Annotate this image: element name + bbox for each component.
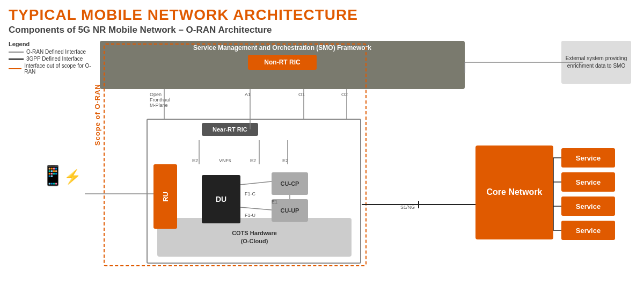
main-container: TYPICAL MOBILE NETWORK ARCHITECTURE Comp…	[0, 0, 644, 289]
black-line-icon	[9, 59, 24, 60]
smo-title: Service Management and Orchestration (SM…	[193, 44, 371, 52]
cu-cp-box: CU-CP	[272, 172, 308, 195]
diagram-area: Legend O-RAN Defined Interface 3GPP Defi…	[9, 41, 635, 282]
near-rt-ric-box: Near-RT RIC	[202, 123, 258, 136]
legend-title: Legend	[9, 41, 92, 47]
o1-label: O1	[298, 92, 305, 97]
legend-item-orange: Interface out of scope for O-RAN	[9, 63, 92, 75]
vnfs-label: VNFs	[219, 158, 231, 163]
legend-item-gray: O-RAN Defined Interface	[9, 49, 92, 55]
legend-item-black: 3GPP Defined Interface	[9, 56, 92, 62]
orange-line-icon	[9, 68, 21, 69]
external-system-text: External system providing enrichment dat…	[565, 55, 628, 70]
non-rt-ric-box: Non-RT RIC	[248, 55, 316, 70]
f1c-label: F1-C	[245, 191, 255, 197]
f1u-label: F1-U	[245, 213, 255, 218]
phone-icon: 📱	[41, 164, 65, 187]
core-network-box: Core Network	[475, 146, 553, 239]
e1-label: E1	[272, 199, 277, 205]
lightning-icon: ⚡	[64, 169, 81, 185]
cots-box: COTS Hardware (O-Cloud)	[157, 218, 352, 257]
legend-gray-label: O-RAN Defined Interface	[26, 49, 86, 55]
o2-label: O2	[341, 92, 348, 97]
service-box-2: Service	[561, 172, 615, 192]
ru-box: RU	[153, 164, 177, 229]
a1-label: A1	[245, 92, 251, 97]
smo-box: Service Management and Orchestration (SM…	[100, 41, 465, 89]
service-box-1: Service	[561, 148, 615, 168]
legend-black-label: 3GPP Defined Interface	[26, 56, 83, 62]
scope-label: Scope of O-RAN	[93, 84, 101, 146]
service-box-4: Service	[561, 221, 615, 240]
e2-left-label: E2	[192, 158, 198, 163]
ru-label: RU	[162, 192, 170, 202]
e2-right-label: E2	[282, 158, 288, 163]
s1ng-label: S1/NG	[400, 205, 415, 210]
external-system-box: External system providing enrichment dat…	[561, 41, 631, 84]
du-box: DU	[202, 175, 240, 223]
page-subtitle: Components of 5G NR Mobile Network – O-R…	[9, 25, 635, 35]
core-network-label: Core Network	[486, 187, 542, 198]
gray-line-icon	[9, 52, 24, 53]
cots-text: COTS Hardware (O-Cloud)	[232, 229, 277, 246]
service-box-3: Service	[561, 197, 615, 216]
e2-mid-label: E2	[250, 158, 256, 163]
legend-orange-label: Interface out of scope for O-RAN	[24, 63, 92, 75]
open-fronthaul-label: OpenFronthaulM-Plane	[150, 92, 170, 108]
legend: Legend O-RAN Defined Interface 3GPP Defi…	[9, 41, 92, 76]
page-title: TYPICAL MOBILE NETWORK ARCHITECTURE	[9, 6, 635, 24]
